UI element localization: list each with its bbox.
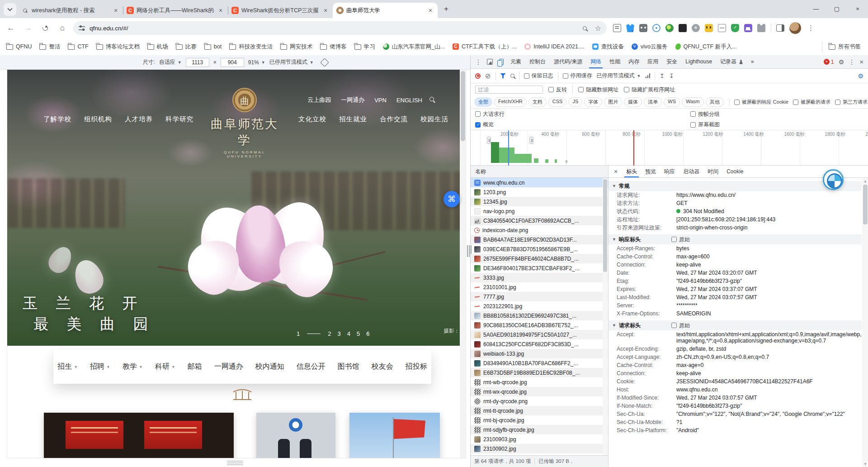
devtools-tab[interactable]: 源代码/来源 [550, 55, 586, 68]
extension-icon[interactable] [613, 24, 621, 32]
resource-type-chip[interactable]: Wasm [682, 97, 704, 107]
browser-tab[interactable]: 曲阜师范大学 × [333, 3, 438, 18]
quick-nav-item[interactable]: 科研▼ [155, 362, 175, 372]
resource-type-chip[interactable]: 图片 [604, 97, 622, 107]
details-tab[interactable]: 时间 [703, 166, 722, 177]
screenshots-checkbox[interactable]: 屏幕截图 [690, 121, 720, 129]
extension-icon[interactable] [652, 24, 660, 32]
nav-link[interactable]: 人才培养 [118, 115, 159, 124]
address-bar[interactable]: qfnu.edu.cn/#/ ☆ [73, 21, 607, 35]
search-icon[interactable] [583, 26, 587, 30]
network-conditions-icon[interactable] [646, 73, 651, 78]
bookmark-item[interactable]: bot [204, 43, 222, 50]
raw-headers-checkbox[interactable]: 原始 [671, 236, 690, 243]
bookmark-item[interactable]: 科技改变生活 [229, 43, 273, 51]
devtools-tab[interactable]: 安全 [662, 55, 681, 68]
bookmark-item[interactable]: 佬博客 [320, 43, 347, 51]
throttle-select[interactable]: 已停用节流模式▼ [597, 72, 641, 80]
details-tab[interactable]: 启动器 [679, 166, 703, 177]
nav-link[interactable]: 科学研究 [159, 115, 200, 124]
clear-network-log-icon[interactable]: ⊘ [485, 72, 491, 80]
request-row[interactable]: rmt-dy-qrcode.png [471, 396, 608, 406]
site-search-icon[interactable] [429, 97, 434, 101]
request-row[interactable]: weibiaoti-133.jpg [471, 349, 608, 358]
filter-input[interactable] [475, 86, 543, 94]
quick-nav-item[interactable]: 招投标▼ [406, 362, 427, 372]
device-toolbar-toggle-icon[interactable] [499, 59, 504, 65]
details-scrollbar[interactable]: ▲ ▼ [862, 178, 868, 467]
request-row[interactable]: 039EC4EB7B83D70519565867E9B_... [471, 244, 608, 254]
quick-nav-item[interactable]: 校内通知▼ [255, 362, 284, 372]
filter-icon[interactable] [500, 73, 506, 78]
bookmark-item[interactable]: 比赛 [176, 43, 197, 51]
extension-icon[interactable] [692, 24, 700, 32]
tab-search-button[interactable] [4, 3, 16, 16]
request-row[interactable]: www.qfnu.edu.cn [471, 178, 608, 187]
preserve-log-checkbox[interactable]: 保留日志 [524, 72, 553, 80]
news-card-meeting[interactable] [256, 413, 335, 458]
zoom-select[interactable]: 91%▼ [248, 59, 265, 66]
home-button[interactable]: ⌂ [56, 22, 69, 34]
bookmark-item[interactable]: QFNU [6, 43, 32, 50]
timeline-range-handle[interactable] [487, 137, 491, 144]
request-row[interactable]: 1203.png [471, 187, 608, 197]
utility-link[interactable]: 云上曲园 [307, 96, 331, 104]
extension-icon[interactable] [705, 24, 713, 32]
pager-item[interactable]: 3 [337, 330, 340, 337]
pager-item[interactable]: 4 [347, 330, 350, 337]
resource-type-chip[interactable]: Fetch/XHR [494, 97, 527, 107]
browser-menu-icon[interactable]: ⋮ [807, 24, 814, 32]
details-tab[interactable]: 标头 [622, 166, 641, 177]
forward-button[interactable]: → [22, 22, 34, 34]
request-row[interactable]: BB8B1058161302DE9692497C381_... [471, 311, 608, 320]
request-list-scrollbar-thumb[interactable] [603, 179, 607, 272]
request-row[interactable]: rmt-wb-qrcode.jpg [471, 377, 608, 387]
devtools-tab[interactable]: 网络 [586, 55, 605, 68]
request-row[interactable]: BAB64A7AE18E19F8C902D3AD13F... [471, 235, 608, 244]
export-har-icon[interactable]: ↧ [669, 72, 674, 79]
request-row[interactable]: rmt-tt-qrcode.jpg [471, 406, 608, 415]
browser-tab[interactable]: WireShark抓包分析TCP三次握 × [228, 3, 333, 18]
pager-current[interactable]: 1 [297, 330, 300, 337]
blocked-filter-checkbox[interactable]: 被屏蔽的请求 [793, 99, 830, 105]
news-card-flag[interactable] [349, 413, 440, 458]
resource-type-chip[interactable]: 媒体 [624, 97, 642, 107]
bookmark-item[interactable]: vivo云服务 [632, 43, 668, 51]
pager-item[interactable]: 5 [357, 330, 360, 337]
resource-type-chip[interactable]: WS [664, 97, 680, 107]
resource-type-chip[interactable]: 清单 [644, 97, 662, 107]
invert-filter-checkbox[interactable]: 反转 [548, 86, 567, 94]
devtools-tab[interactable]: 应用 [643, 55, 662, 68]
bookmark-item[interactable]: 博客论坛文档 [96, 43, 140, 51]
devtools-overflow-menu-icon[interactable]: ⋮ [475, 58, 481, 66]
resource-type-chip[interactable]: 全部 [474, 97, 492, 107]
raw-headers-checkbox[interactable]: 原始 [671, 322, 690, 329]
request-row[interactable]: 7777.jpg [471, 292, 608, 301]
bookmark-item[interactable]: 查找设备 [592, 43, 624, 51]
details-tab[interactable]: 预览 [641, 166, 660, 177]
tab-close-icon[interactable]: × [322, 7, 329, 14]
request-row[interactable]: indexicon-date.png [471, 225, 608, 235]
utility-link[interactable]: ENGLISH [396, 97, 422, 104]
group-by-frame-checkbox[interactable]: 按帧分组 [690, 110, 720, 118]
devtools-close-icon[interactable]: × [859, 58, 863, 66]
quick-nav-item[interactable]: 图书馆▼ [338, 362, 359, 372]
extension-icon[interactable] [639, 24, 647, 32]
viewport-resize-handle[interactable] [227, 461, 243, 465]
all-bookmarks-button[interactable]: 所有书签 [822, 42, 868, 52]
details-close-icon[interactable]: × [610, 168, 621, 175]
back-button[interactable]: ← [5, 22, 17, 34]
details-tab[interactable]: 响应 [660, 166, 679, 177]
request-row[interactable]: rmt-wx-qrcode.jpg [471, 387, 608, 396]
request-list-header[interactable]: 名称 [471, 166, 608, 178]
request-row[interactable]: rmt-sdjyfb-qrcode.jpg [471, 425, 608, 434]
request-row[interactable]: nav-logo.png [471, 206, 608, 216]
devtools-tab[interactable]: 内存 [624, 55, 643, 68]
request-row[interactable]: E6B73D5BF19B889ED1E6C92BF08_... [471, 368, 608, 377]
resource-type-chip[interactable]: 字体 [584, 97, 602, 107]
window-close-button[interactable]: × [847, 0, 868, 18]
side-panel-icon[interactable] [776, 24, 784, 32]
quick-nav-item[interactable]: 招聘▼ [90, 362, 110, 372]
page-scrollbar[interactable] [460, 70, 466, 458]
bookmark-item[interactable]: IntelliJ IDEA 2021.... [524, 43, 585, 50]
